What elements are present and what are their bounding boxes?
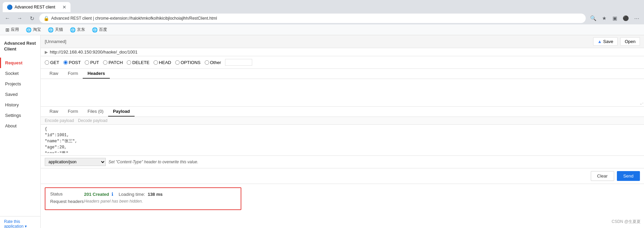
- apps-icon: ⊞: [5, 27, 9, 33]
- clear-button[interactable]: Clear: [591, 171, 614, 181]
- sidebar-item-projects[interactable]: Projects: [0, 79, 40, 89]
- title-bar: ← → ↻ 🔒 Advanced REST client | chrome-ex…: [0, 12, 644, 24]
- content-type-hint: Set "Content-Type" header to overwrite t…: [108, 160, 198, 164]
- tab-favicon: 🔵: [7, 4, 13, 10]
- method-head[interactable]: HEAD: [154, 60, 171, 65]
- request-headers-label: Request headers: [50, 199, 84, 204]
- sidebar-item-about[interactable]: About: [0, 121, 40, 131]
- method-options-radio[interactable]: [175, 60, 180, 65]
- toolbar-icons: 🔍 ★ ▣ ⚫ ⋯: [588, 14, 641, 23]
- response-headers-row: Request headers Headers panel has been h…: [50, 199, 236, 204]
- content-type-bar: application/json application/x-www-form-…: [41, 156, 644, 168]
- sidebar-item-settings[interactable]: Settings: [0, 110, 40, 121]
- method-put[interactable]: PUT: [85, 60, 99, 65]
- reload-button[interactable]: ↻: [27, 14, 37, 23]
- method-bar: GET POST PUT PATCH DELETE HEAD OPTIONS: [41, 56, 644, 69]
- sidebar-nav: Request Socket Projects Saved History Se…: [0, 58, 40, 216]
- method-delete-radio[interactable]: [127, 60, 131, 65]
- address-bar[interactable]: 🔒 Advanced REST client | chrome-extensio…: [39, 14, 586, 23]
- bookmark-baidu[interactable]: 🌐 百度: [89, 25, 110, 34]
- method-other-input[interactable]: [225, 59, 252, 66]
- url-input[interactable]: [50, 49, 640, 55]
- encode-bar: Encode payload Decode payload: [41, 117, 644, 125]
- encode-payload-button[interactable]: Encode payload: [45, 118, 74, 123]
- url-bar: ▶: [41, 48, 644, 56]
- action-bar: Clear Send: [41, 168, 644, 184]
- sidebar-footer: Rate this application ▾ Donate: [0, 216, 40, 228]
- save-button[interactable]: ▲ Save: [593, 37, 618, 46]
- sidebar-item-saved[interactable]: Saved: [0, 89, 40, 100]
- method-patch[interactable]: PATCH: [103, 60, 123, 65]
- method-head-radio[interactable]: [154, 60, 158, 65]
- lock-icon: 🔒: [43, 16, 49, 21]
- status-info-icon[interactable]: ℹ: [112, 191, 113, 197]
- bookmark-star-button[interactable]: ★: [599, 14, 609, 23]
- bookmark-apps[interactable]: ⊞ 应用: [3, 25, 22, 34]
- payload-tab-payload[interactable]: Payload: [108, 107, 135, 117]
- method-options[interactable]: OPTIONS: [175, 60, 201, 65]
- bookmarks-bar: ⊞ 应用 🌐 淘宝 🌐 天猫 🌐 京东 🌐 百度: [0, 24, 644, 35]
- tab-raw[interactable]: Raw: [45, 69, 63, 79]
- status-label: Status: [50, 191, 84, 196]
- method-get-radio[interactable]: [45, 60, 49, 65]
- app-logo: Advanced Rest Client: [0, 38, 40, 58]
- method-put-radio[interactable]: [85, 60, 89, 65]
- method-get[interactable]: GET: [45, 60, 59, 65]
- tab-close-button[interactable]: ✕: [62, 4, 66, 10]
- payload-tab-raw[interactable]: Raw: [45, 107, 63, 117]
- tianmao-icon: 🌐: [48, 27, 54, 33]
- method-post-radio[interactable]: [63, 60, 68, 65]
- status-value: 201 Created ℹ Loading time: 138 ms: [84, 191, 236, 197]
- bookmark-tianmao-label: 天猫: [55, 27, 63, 33]
- search-button[interactable]: 🔍: [588, 14, 598, 23]
- bookmark-jingdong[interactable]: 🌐 京东: [67, 25, 88, 34]
- headers-textarea[interactable]: [45, 80, 640, 104]
- url-expand-icon[interactable]: ▶: [45, 50, 48, 55]
- sidebar-item-history[interactable]: History: [0, 100, 40, 110]
- payload-textarea[interactable]: { "id":1001, "name":"张三", "age":20, "sex…: [45, 126, 640, 153]
- headers-hidden-note: Headers panel has been hidden.: [84, 199, 236, 204]
- response-status-row: Status 201 Created ℹ Loading time: 138 m…: [50, 191, 236, 197]
- send-button[interactable]: Send: [617, 171, 640, 181]
- sidebar-item-socket[interactable]: Socket: [0, 68, 40, 79]
- bookmark-taobao-label: 淘宝: [33, 27, 41, 33]
- response-area: Status 201 Created ℹ Loading time: 138 m…: [41, 184, 644, 228]
- method-other-radio[interactable]: [205, 60, 209, 65]
- main-content: [Unnamed] ▲ Save Open ▶ GET POST PUT: [41, 35, 644, 228]
- app-container: Advanced Rest Client Request Socket Proj…: [0, 35, 644, 228]
- tab-headers[interactable]: Headers: [83, 69, 109, 79]
- menu-button[interactable]: ⋯: [632, 14, 641, 23]
- payload-tab-files[interactable]: Files (0): [83, 107, 108, 117]
- method-other[interactable]: Other: [205, 60, 221, 65]
- resize-handle[interactable]: +˅: [640, 102, 644, 106]
- forward-button[interactable]: →: [15, 14, 24, 23]
- back-button[interactable]: ←: [3, 14, 12, 23]
- method-post[interactable]: POST: [63, 60, 81, 65]
- taobao-icon: 🌐: [26, 27, 32, 33]
- rate-app-link[interactable]: Rate this application ▾: [4, 219, 36, 228]
- bookmark-tianmao[interactable]: 🌐 天猫: [45, 25, 66, 34]
- sidebar-item-request[interactable]: Request: [0, 58, 40, 68]
- profile-button[interactable]: ⚫: [621, 14, 630, 23]
- tab-form[interactable]: Form: [63, 69, 83, 79]
- request-name-bar: [Unnamed] ▲ Save Open: [41, 35, 644, 48]
- decode-payload-button[interactable]: Decode payload: [78, 118, 107, 123]
- method-delete[interactable]: DELETE: [127, 60, 149, 65]
- bookmark-taobao[interactable]: 🌐 淘宝: [23, 25, 44, 34]
- watermark: CSDN @生夏夏: [611, 219, 641, 225]
- payload-tabs: Raw Form Files (0) Payload: [41, 107, 644, 117]
- active-tab[interactable]: 🔵 Advanced REST client ✕: [3, 2, 71, 12]
- jingdong-icon: 🌐: [70, 27, 76, 33]
- loading-time-value: 138 ms: [148, 192, 163, 197]
- request-name: [Unnamed]: [45, 39, 590, 44]
- bookmark-baidu-label: 百度: [99, 27, 107, 33]
- open-button[interactable]: Open: [620, 37, 640, 46]
- extensions-button[interactable]: ▣: [610, 14, 620, 23]
- tab-bar: 🔵 Advanced REST client ✕: [0, 0, 644, 12]
- content-type-select[interactable]: application/json application/x-www-form-…: [45, 158, 106, 166]
- payload-tab-form[interactable]: Form: [63, 107, 83, 117]
- headers-area: +˅: [41, 79, 644, 107]
- method-patch-radio[interactable]: [103, 60, 107, 65]
- bookmark-apps-label: 应用: [11, 27, 19, 33]
- address-text: Advanced REST client | chrome-extension:…: [51, 16, 217, 21]
